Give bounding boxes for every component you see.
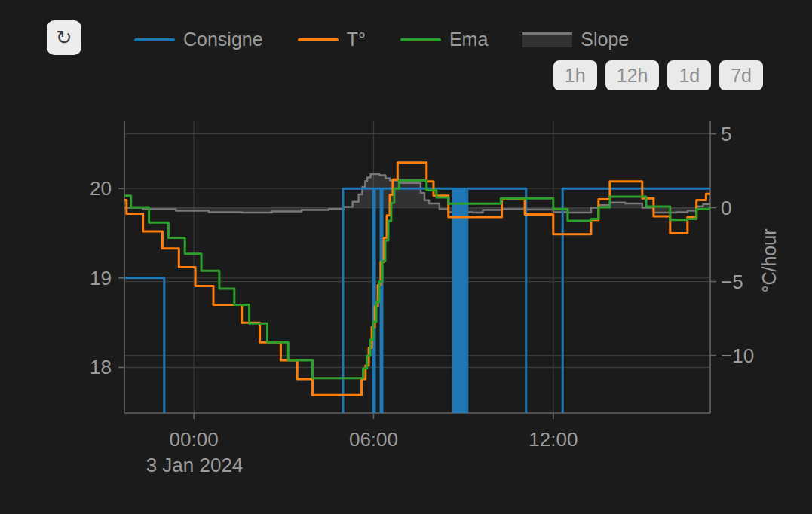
x-tick-label: 12:00 [501,428,606,451]
x-tick-label: 06:00 [321,428,427,451]
right-axis-title: °C/hour [758,200,783,321]
y-right-tick-label: 0 [721,197,731,219]
y-left-tick-label: 18 [66,356,112,378]
x-axis-date-label: 3 Jan 2024 [142,454,247,477]
x-tick-label: 00:00 [141,428,247,451]
y-left-tick-label: 20 [66,177,112,200]
temperature-dashboard: ↻ Consigne T° Ema Slope 1h 12h 1d 7d 181… [0,0,812,514]
y-right-tick-label: 5 [721,123,731,145]
y-left-tick-label: 19 [66,267,112,289]
y-right-tick-label: −10 [721,344,754,367]
y-right-tick-label: −5 [721,271,743,293]
